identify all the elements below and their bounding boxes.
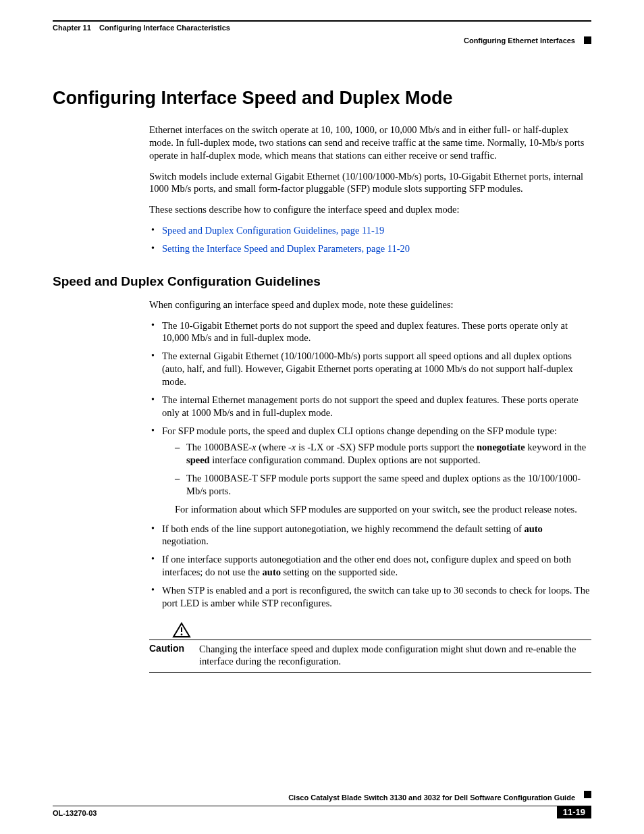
list-item: If both ends of the line support autoneg… bbox=[149, 523, 591, 548]
caution-label: Caution bbox=[149, 643, 199, 669]
sub-note: For information about which SFP modules … bbox=[162, 503, 591, 516]
guidelines-intro: When configuring an interface speed and … bbox=[149, 298, 591, 311]
caution-text: Changing the interface speed and duplex … bbox=[199, 643, 591, 669]
list-item: Setting the Interface Speed and Duplex P… bbox=[149, 242, 591, 255]
list-item: The internal Ethernet management ports d… bbox=[149, 394, 591, 419]
intro-paragraph: These sections describe how to configure… bbox=[149, 203, 591, 216]
header-chapter: Chapter 11 Configuring Interface Charact… bbox=[53, 24, 230, 32]
list-item: For SFP module ports, the speed and dupl… bbox=[149, 425, 591, 516]
page-header: Chapter 11 Configuring Interface Charact… bbox=[53, 20, 591, 41]
svg-point-2 bbox=[181, 633, 183, 635]
intro-section: Ethernet interfaces on the switch operat… bbox=[149, 124, 591, 255]
sub-list: The 1000BASE-x (where -x is -LX or -SX) … bbox=[162, 441, 591, 497]
guidelines-list: The 10-Gigabit Ethernet ports do not sup… bbox=[149, 319, 591, 610]
section-links-list: Speed and Duplex Configuration Guideline… bbox=[149, 224, 591, 255]
list-item: The 1000BASE-x (where -x is -LX or -SX) … bbox=[162, 441, 591, 467]
footer-page-number: 11-19 bbox=[557, 806, 591, 818]
intro-paragraph: Ethernet interfaces on the switch operat… bbox=[149, 124, 591, 162]
guidelines-section: When configuring an interface speed and … bbox=[149, 298, 591, 610]
header-section: Configuring Ethernet Interfaces bbox=[464, 36, 575, 45]
list-item: The 10-Gigabit Ethernet ports do not sup… bbox=[149, 319, 591, 345]
caution-block: Caution Changing the interface speed and… bbox=[103, 622, 591, 673]
list-item: Speed and Duplex Configuration Guideline… bbox=[149, 224, 591, 237]
chapter-title: Configuring Interface Characteristics bbox=[99, 24, 230, 32]
footer-block-icon bbox=[584, 791, 591, 798]
intro-paragraph: Switch models include external Gigabit E… bbox=[149, 170, 591, 196]
list-item: The external Gigabit Ethernet (10/100/10… bbox=[149, 350, 591, 388]
list-item: The 1000BASE-T SFP module ports support … bbox=[162, 472, 591, 498]
cross-ref-link[interactable]: Speed and Duplex Configuration Guideline… bbox=[162, 225, 384, 236]
list-item: When STP is enabled and a port is reconf… bbox=[149, 584, 591, 610]
page-footer: Cisco Catalyst Blade Switch 3130 and 303… bbox=[53, 806, 591, 822]
section-heading: Speed and Duplex Configuration Guideline… bbox=[53, 274, 591, 289]
footer-doc-number: OL-13270-03 bbox=[53, 809, 97, 817]
cross-ref-link[interactable]: Setting the Interface Speed and Duplex P… bbox=[162, 243, 410, 254]
list-item: If one interface supports autonegotiatio… bbox=[149, 553, 591, 579]
caution-icon bbox=[172, 622, 191, 638]
footer-guide-title: Cisco Catalyst Blade Switch 3130 and 303… bbox=[288, 793, 575, 802]
chapter-number: Chapter 11 bbox=[53, 24, 91, 32]
bullet-text: For SFP module ports, the speed and dupl… bbox=[162, 425, 557, 436]
page-title: Configuring Interface Speed and Duplex M… bbox=[53, 88, 591, 109]
header-block-icon bbox=[584, 36, 591, 44]
